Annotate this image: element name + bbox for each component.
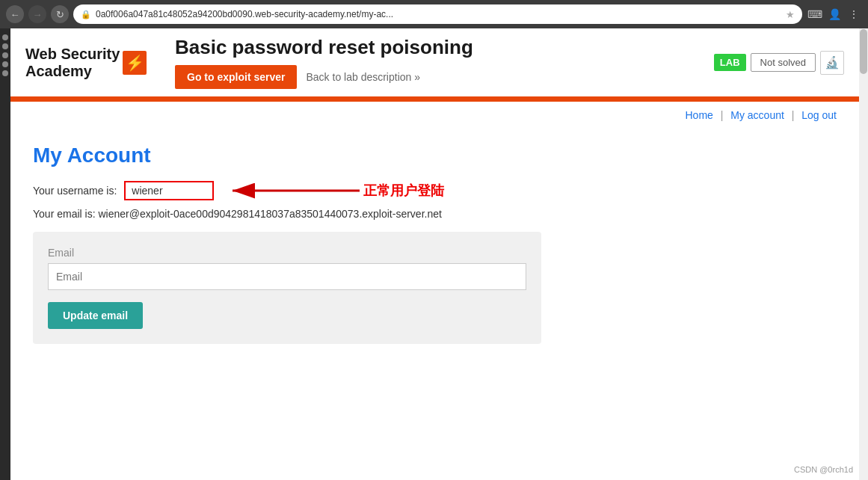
email-value: wiener@exploit-0ace00d9042981418037a8350… xyxy=(98,208,441,220)
profile-icon[interactable]: 👤 xyxy=(826,6,843,22)
browser-chrome: ← → ↻ 🔒 0a0f006a047a81c48052a94200bd0090… xyxy=(0,0,868,28)
home-link[interactable]: Home xyxy=(685,109,712,121)
lab-badge-area: LAB Not solved 🔬 xyxy=(714,51,844,75)
annotation-text: 正常用户登陆 xyxy=(363,182,444,200)
chevron-right-icon: » xyxy=(414,71,420,83)
header-actions: Go to exploit server Back to lab descrip… xyxy=(175,65,714,89)
not-solved-badge: Not solved xyxy=(751,53,816,72)
forward-button[interactable]: → xyxy=(28,5,46,23)
scrollbar[interactable] xyxy=(859,28,868,359)
back-to-lab-link[interactable]: Back to lab description » xyxy=(306,71,420,83)
reload-button[interactable]: ↻ xyxy=(51,5,69,23)
email-line: Your email is: wiener@exploit-0ace00d904… xyxy=(33,208,837,220)
my-account-link[interactable]: My account xyxy=(730,109,784,121)
logo-text: Web SecurityAcademy xyxy=(25,46,120,80)
lock-icon: 🔒 xyxy=(81,10,91,19)
form-panel: Email Update email xyxy=(33,232,541,344)
main-content: My Account Your username is: wiener 正常用户… xyxy=(10,129,859,359)
arrow-svg xyxy=(229,179,363,202)
logo: Web SecurityAcademy ⚡ xyxy=(25,46,147,80)
log-out-link[interactable]: Log out xyxy=(801,109,837,121)
back-button[interactable]: ← xyxy=(6,5,24,23)
page-title: My Account xyxy=(33,144,837,167)
indicator-dot xyxy=(2,61,8,67)
indicator-dot xyxy=(2,70,8,76)
username-line: Your username is: wiener 正常用户登陆 xyxy=(33,179,837,202)
logo-icon: ⚡ xyxy=(123,51,147,75)
username-value: wiener xyxy=(124,181,214,200)
nav-links: Home | My account | Log out xyxy=(10,102,859,129)
email-field-label: Email xyxy=(48,247,526,259)
annotation-wrapper: 正常用户登陆 xyxy=(229,179,444,202)
bookmark-icon: ★ xyxy=(786,9,795,20)
menu-icon[interactable]: ⋮ xyxy=(846,6,862,22)
indicator-dot xyxy=(2,34,8,40)
nav-separator: | xyxy=(721,109,727,121)
header-content: Basic password reset poisoning Go to exp… xyxy=(160,36,714,89)
update-email-button[interactable]: Update email xyxy=(48,302,143,329)
site-header: Web SecurityAcademy ⚡ Basic password res… xyxy=(10,28,859,99)
logo-area: Web SecurityAcademy ⚡ xyxy=(25,46,160,80)
nav-separator: | xyxy=(792,109,798,121)
left-sidebar xyxy=(0,28,10,359)
email-label: Your email is: xyxy=(33,208,96,220)
lightning-icon: ⚡ xyxy=(126,54,144,72)
browser-actions: ⌨ 👤 ⋮ xyxy=(807,6,862,22)
exploit-server-button[interactable]: Go to exploit server xyxy=(175,65,297,89)
extensions-icon[interactable]: ⌨ xyxy=(807,6,823,22)
address-bar[interactable]: 🔒 0a0f006a047a81c48052a94200bd0090.web-s… xyxy=(73,4,802,24)
scrollbar-thumb[interactable] xyxy=(860,29,867,74)
indicator-dot xyxy=(2,43,8,49)
url-text: 0a0f006a047a81c48052a94200bd0090.web-sec… xyxy=(96,9,781,19)
username-label: Your username is: xyxy=(33,185,117,197)
indicator-dot xyxy=(2,52,8,58)
flask-icon: 🔬 xyxy=(825,55,840,70)
email-input[interactable] xyxy=(48,263,526,290)
lab-title: Basic password reset poisoning xyxy=(175,36,714,59)
flask-button[interactable]: 🔬 xyxy=(820,51,844,75)
lab-badge: LAB xyxy=(714,54,746,71)
